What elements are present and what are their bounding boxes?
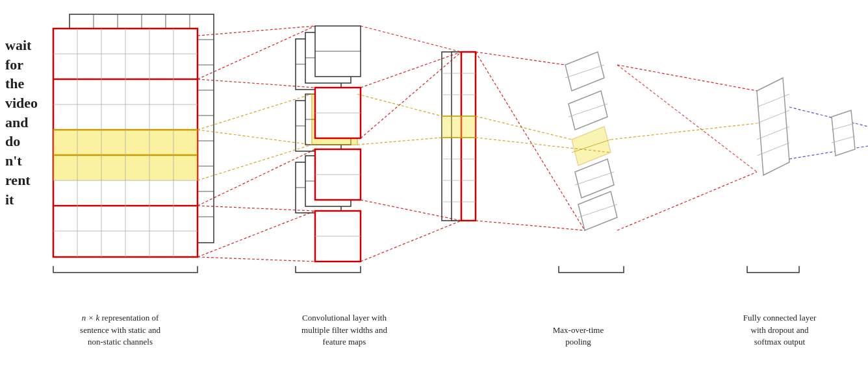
diagram-container: waitforthevideoanddon'trentit n × k repr… [0,0,868,366]
svg-rect-36 [305,32,351,83]
feature-map-red [461,52,476,221]
svg-line-99 [198,211,315,257]
svg-rect-14 [53,29,198,257]
svg-line-121 [789,146,868,159]
svg-rect-60 [452,52,466,221]
svg-line-97 [198,149,315,206]
pooling-layer [565,52,617,230]
filter-stack-3-front [315,26,361,262]
filter-stack-2-mid [305,32,351,206]
svg-line-105 [361,52,461,88]
svg-line-98 [198,206,315,211]
svg-line-106 [361,52,461,138]
svg-marker-83 [572,127,611,165]
svg-marker-87 [578,191,617,230]
svg-rect-40 [305,156,351,206]
svg-line-82 [568,104,607,117]
svg-rect-34 [296,162,341,213]
svg-line-93 [757,143,789,156]
fc-layer [757,78,789,175]
svg-line-107 [361,221,461,262]
svg-line-119 [611,123,757,140]
svg-line-116 [617,65,757,91]
svg-marker-79 [565,52,604,91]
svg-line-104 [361,26,461,52]
filter-stack-1-back [296,39,341,213]
caption-pooling-layer: Max-over-time pooling [533,324,624,348]
svg-line-122 [832,123,855,130]
svg-line-91 [757,110,789,123]
svg-rect-18 [53,130,198,155]
input-bracket [53,266,198,273]
svg-line-113 [476,52,585,230]
svg-line-96 [198,26,315,79]
svg-rect-42 [312,94,357,145]
svg-line-114 [476,116,572,140]
fc-bracket [747,266,799,273]
svg-line-103 [198,130,312,145]
svg-line-95 [198,79,315,88]
svg-line-101 [198,94,312,130]
svg-rect-0 [70,14,214,243]
svg-line-112 [476,221,585,230]
svg-line-117 [617,172,757,230]
svg-rect-46 [315,88,361,138]
svg-line-100 [198,257,315,262]
svg-rect-50 [315,211,361,262]
caption-input-layer: n × k representation of sentence with st… [52,312,188,348]
svg-line-88 [578,204,617,217]
svg-line-90 [757,94,789,107]
sentence-label: waitforthevideoanddon'trentit [5,36,38,209]
svg-line-115 [476,138,611,152]
svg-marker-85 [575,159,614,198]
conv-bracket [296,266,361,273]
svg-line-111 [476,52,565,65]
svg-line-118 [617,65,757,172]
caption-conv-layer: Convolutional layer with multiple filter… [279,312,409,348]
feature-map-back [442,52,466,221]
svg-rect-76 [442,116,476,138]
filter-yellow [312,94,357,145]
svg-rect-30 [296,39,341,90]
caption-fc-layer: Fully connected layer with dropout and s… [721,312,838,348]
pooling-bracket [559,266,624,273]
svg-line-110 [357,138,442,145]
svg-rect-48 [315,149,361,200]
svg-line-80 [565,65,604,78]
svg-rect-38 [305,94,351,145]
architecture-diagram [0,0,868,366]
svg-line-109 [357,94,442,116]
svg-line-102 [198,145,312,180]
svg-marker-89 [757,78,789,175]
svg-rect-52 [442,52,456,221]
svg-rect-44 [315,26,361,77]
svg-rect-32 [296,101,341,151]
svg-rect-68 [461,52,476,221]
svg-line-86 [575,172,614,185]
svg-line-108 [361,200,461,221]
input-matrix-back [70,14,214,243]
output-layer [832,110,855,156]
svg-rect-19 [53,155,198,180]
svg-line-123 [832,136,855,143]
svg-marker-81 [568,91,607,130]
input-matrix-front [53,29,198,257]
svg-line-84 [572,140,611,152]
svg-line-94 [198,26,315,36]
svg-line-120 [789,107,868,127]
svg-line-92 [757,127,789,140]
